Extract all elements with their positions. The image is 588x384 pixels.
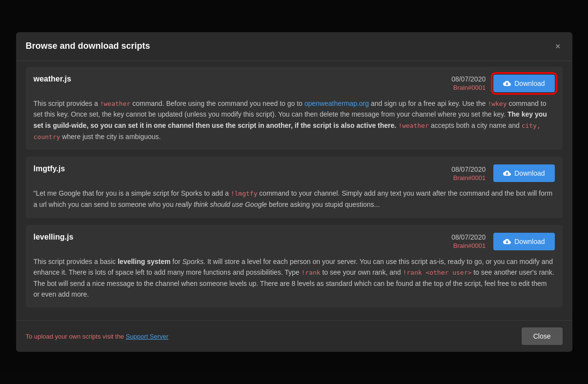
download-label: Download (514, 169, 545, 177)
script-name-weather: weather.js (34, 75, 71, 83)
modal-header: Browse and download scripts × (16, 32, 572, 61)
download-button-levelling[interactable]: Download (493, 233, 554, 250)
download-cloud-icon (503, 80, 511, 87)
script-date-weather: 08/07/2020 (451, 75, 486, 83)
desc-text: This script provides a basic (34, 258, 118, 265)
footer-upload-text: To upload your own scripts visit the Sup… (26, 333, 169, 340)
modal-title: Browse and download scripts (26, 41, 150, 51)
script-description-weather: This script provides a !weather command.… (34, 98, 555, 142)
script-header-weather: weather.js08/07/2020Brain#0001 Download (34, 75, 555, 92)
desc-code: !weather (398, 122, 429, 129)
desc-bold: levelling system (118, 258, 170, 265)
modal-overlay: Browse and download scripts × weather.js… (0, 0, 588, 384)
script-author-lmgtfy[interactable]: Brain#0001 (453, 174, 486, 182)
script-card-lmgtfy: lmgtfy.js08/07/2020Brain#0001 Download"L… (26, 157, 563, 218)
script-date-lmgtfy: 08/07/2020 (451, 165, 486, 173)
script-header-right-weather: 08/07/2020Brain#0001 Download (451, 75, 554, 92)
desc-code: !weather (100, 100, 131, 107)
desc-text: command. Before using the command you ne… (130, 100, 304, 107)
script-header-right-lmgtfy: 08/07/2020Brain#0001 Download (451, 164, 554, 182)
script-header-right-levelling: 08/07/2020Brain#0001 Download (451, 233, 554, 250)
desc-italic: really think should use Google (176, 201, 267, 208)
modal-body: weather.js08/07/2020Brain#0001 DownloadT… (16, 61, 572, 321)
desc-code: !rank <other user> (403, 269, 471, 276)
download-cloud-icon (503, 238, 511, 245)
desc-text: where just the city is ambiguous. (60, 133, 161, 141)
download-label: Download (514, 238, 545, 245)
download-button-lmgtfy[interactable]: Download (493, 164, 554, 182)
script-name-levelling: levelling.js (34, 233, 74, 242)
script-card-weather: weather.js08/07/2020Brain#0001 DownloadT… (26, 67, 563, 150)
desc-code: !rank (301, 269, 320, 276)
download-cloud-icon (503, 169, 511, 177)
script-header-levelling: levelling.js08/07/2020Brain#0001 Downloa… (34, 233, 555, 250)
download-label: Download (514, 80, 545, 87)
desc-text: This script provides a (34, 100, 100, 107)
desc-text: "Let me Google that for you is a simple … (34, 189, 231, 197)
script-author-levelling[interactable]: Brain#0001 (453, 242, 486, 249)
modal-footer: To upload your own scripts visit the Sup… (16, 320, 572, 352)
desc-text: for (170, 258, 182, 265)
desc-link[interactable]: openweathermap.org (304, 100, 369, 107)
close-button[interactable]: Close (522, 327, 563, 345)
desc-text: and sign up for a free api key. Use the (369, 100, 487, 107)
script-meta-levelling: 08/07/2020Brain#0001 (451, 233, 486, 249)
download-button-weather[interactable]: Download (493, 75, 554, 92)
script-description-lmgtfy: "Let me Google that for you is a simple … (34, 188, 555, 210)
script-name-lmgtfy: lmgtfy.js (34, 164, 65, 173)
modal-dialog: Browse and download scripts × weather.js… (16, 32, 572, 352)
desc-italic: Sporks. (182, 258, 205, 265)
close-icon[interactable]: × (553, 40, 563, 53)
script-date-levelling: 08/07/2020 (451, 233, 486, 241)
script-card-levelling: levelling.js08/07/2020Brain#0001 Downloa… (26, 225, 563, 308)
desc-code: !wkey (487, 100, 507, 107)
script-meta-weather: 08/07/2020Brain#0001 (451, 75, 486, 91)
support-server-link[interactable]: Support Server (126, 333, 168, 340)
desc-code: !lmgtfy (231, 190, 258, 197)
desc-text: to see your own rank, and (321, 268, 403, 276)
desc-text: accepts both a city name and (429, 121, 522, 129)
script-description-levelling: This script provides a basic levelling s… (34, 256, 555, 300)
script-header-lmgtfy: lmgtfy.js08/07/2020Brain#0001 Download (34, 164, 555, 182)
desc-text: before asking you stupid questions... (267, 201, 380, 208)
script-author-weather[interactable]: Brain#0001 (453, 84, 486, 91)
script-meta-lmgtfy: 08/07/2020Brain#0001 (451, 165, 486, 182)
